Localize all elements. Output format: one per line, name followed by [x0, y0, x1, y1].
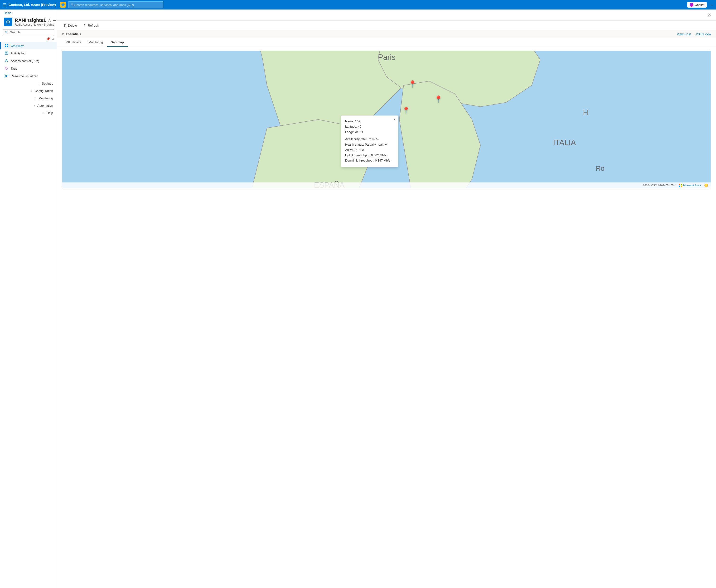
sidebar-item-overview[interactable]: Overview: [0, 42, 57, 49]
resource-name-row: RANInsights1 ☆ ···: [15, 18, 56, 23]
map-pin-green[interactable]: 📍: [434, 95, 443, 103]
map-pin-red[interactable]: 📍: [408, 80, 417, 88]
sidebar-item-tags-label: Tags: [11, 67, 17, 70]
refresh-button[interactable]: ↻ Refresh: [82, 23, 100, 28]
map-footer: ©2024 OSM ©2024 TomTom Microsoft Azure 😊: [62, 183, 711, 188]
microsoft-azure-logo: Microsoft Azure: [679, 184, 701, 187]
svg-point-10: [6, 75, 7, 77]
map-emoji-btn[interactable]: 😊: [704, 183, 708, 187]
activity-log-icon: [4, 51, 8, 55]
resource-visualizer-icon: [4, 74, 8, 78]
sidebar-item-resource-visualizer-label: Resource visualizer: [11, 75, 38, 78]
svg-rect-30: [679, 184, 680, 185]
json-view-link[interactable]: JSON View: [696, 32, 711, 36]
svg-line-16: [5, 76, 6, 77]
sidebar-item-resource-visualizer[interactable]: Resource visualizer: [0, 72, 57, 80]
essentials-bar: ∨ Essentials View Cost JSON View: [57, 30, 716, 38]
resource-title-block: RANInsights1 ☆ ··· Radio Access Network …: [15, 18, 56, 26]
tab-mie-details[interactable]: MIE details: [62, 38, 85, 47]
svg-rect-3: [7, 46, 8, 47]
map-container: ÉIRE / IRELAND NEDERLAND DEUTSCHLAND ESP…: [62, 50, 711, 188]
popup-latitude: Latitude: 49: [345, 124, 394, 129]
sidebar-nav: Overview Activity log: [0, 42, 57, 117]
access-control-icon: [4, 59, 8, 63]
svg-text:Ro: Ro: [596, 165, 605, 172]
sidebar-item-activity-log[interactable]: Activity log: [0, 49, 57, 57]
popup-spacer: [345, 135, 394, 137]
svg-text:H: H: [583, 108, 588, 117]
svg-text:ITALIA: ITALIA: [553, 138, 576, 147]
global-search-input[interactable]: [75, 3, 161, 7]
sidebar-search-input[interactable]: [10, 30, 52, 34]
overview-icon: [4, 44, 8, 47]
top-bar: ☰ Contoso, Ltd. Azure (Preview) 🔷 🔍 Copi…: [0, 0, 716, 9]
sidebar-item-access-control[interactable]: Access control (IAM): [0, 57, 57, 65]
portal-title: Contoso, Ltd. Azure (Preview): [8, 3, 56, 7]
breadcrumb-home[interactable]: Home: [4, 12, 12, 15]
delete-button[interactable]: 🗑 Delete: [62, 23, 79, 28]
essentials-label: Essentials: [66, 32, 81, 36]
sidebar-item-monitoring[interactable]: › Monitoring: [0, 94, 57, 102]
toolbar: 🗑 Delete ↻ Refresh: [57, 21, 716, 30]
map-popup-close[interactable]: ×: [393, 118, 395, 122]
configuration-expand-icon: ›: [32, 89, 32, 92]
sidebar-item-tags[interactable]: Tags: [0, 65, 57, 72]
resource-header: ⚙ RANInsights1 ☆ ··· Radio Access Networ…: [0, 16, 57, 29]
sidebar-item-help[interactable]: › Help: [0, 109, 57, 117]
popup-availability: Availability rate: 82.92 %: [345, 137, 394, 142]
favorite-star[interactable]: ☆: [48, 18, 51, 23]
svg-point-11: [4, 75, 5, 76]
resource-name: RANInsights1: [15, 18, 46, 23]
tags-icon: [4, 66, 8, 70]
map-copyright: ©2024 OSM ©2024 TomTom: [642, 184, 676, 187]
essentials-left: ∨ Essentials: [62, 32, 81, 36]
sidebar-item-automation[interactable]: › Automation: [0, 102, 57, 109]
sidebar-item-automation-label: Automation: [37, 104, 53, 107]
svg-rect-2: [5, 46, 6, 47]
essentials-chevron[interactable]: ∨: [62, 33, 64, 36]
map-popup: × Name: 102 Latitude: 49 Longitude: -1 A…: [341, 115, 398, 167]
copilot-icon: [690, 3, 693, 7]
breadcrumb-separator: ›: [12, 12, 13, 15]
sidebar-item-overview-label: Overview: [11, 44, 23, 47]
sidebar-item-configuration-label: Configuration: [35, 89, 53, 93]
sidebar-item-activity-log-label: Activity log: [11, 51, 25, 55]
breadcrumb: Home ›: [0, 9, 57, 16]
close-button[interactable]: ✕: [708, 12, 711, 18]
copilot-label: Copilot: [695, 3, 704, 7]
sidebar-item-settings[interactable]: › Settings: [0, 80, 57, 87]
main-layout: Home › ⚙ RANInsights1 ☆ ··· Radio Access…: [0, 9, 716, 588]
automation-expand-icon: ›: [34, 104, 35, 107]
svg-line-14: [5, 75, 6, 76]
sidebar-search-box[interactable]: 🔍: [3, 29, 54, 35]
hamburger-menu[interactable]: ☰: [3, 3, 6, 7]
refresh-label: Refresh: [88, 24, 99, 27]
svg-point-9: [5, 67, 6, 68]
help-expand-icon: ›: [43, 112, 44, 114]
delete-label: Delete: [68, 24, 77, 27]
tab-geo-map[interactable]: Geo map: [107, 38, 128, 47]
top-bar-more[interactable]: ···: [710, 2, 713, 7]
resource-more-options[interactable]: ···: [53, 18, 56, 23]
svg-rect-33: [681, 186, 682, 187]
popup-uplink: Uplink throughput: 0.002 Mb/s: [345, 153, 394, 158]
pin-icon[interactable]: 📌: [46, 37, 50, 41]
sidebar-item-settings-label: Settings: [42, 82, 53, 85]
tabs-row: MIE details Monitoring Geo map: [57, 38, 716, 47]
sidebar-search-icon: 🔍: [5, 30, 8, 34]
tab-monitoring[interactable]: Monitoring: [85, 38, 107, 47]
popup-name: Name: 102: [345, 119, 394, 124]
popup-active-ues: Active UEs: 0: [345, 148, 394, 152]
sidebar-item-configuration[interactable]: › Configuration: [0, 87, 57, 94]
collapse-icon[interactable]: «: [52, 37, 54, 41]
svg-rect-31: [681, 184, 682, 185]
map-pin-orange[interactable]: 📍: [402, 107, 410, 114]
global-search-box[interactable]: 🔍: [68, 1, 163, 8]
copilot-button[interactable]: Copilot: [687, 2, 707, 7]
microsoft-logo-icon: [679, 184, 682, 187]
resource-subtitle: Radio Access Network Insights: [15, 23, 56, 26]
view-cost-link[interactable]: View Cost: [677, 32, 691, 36]
content-area: ✕ 🗑 Delete ↻ Refresh ∨ Essentials View C…: [57, 9, 716, 588]
monitoring-expand-icon: ›: [36, 97, 36, 100]
svg-rect-0: [5, 44, 6, 45]
